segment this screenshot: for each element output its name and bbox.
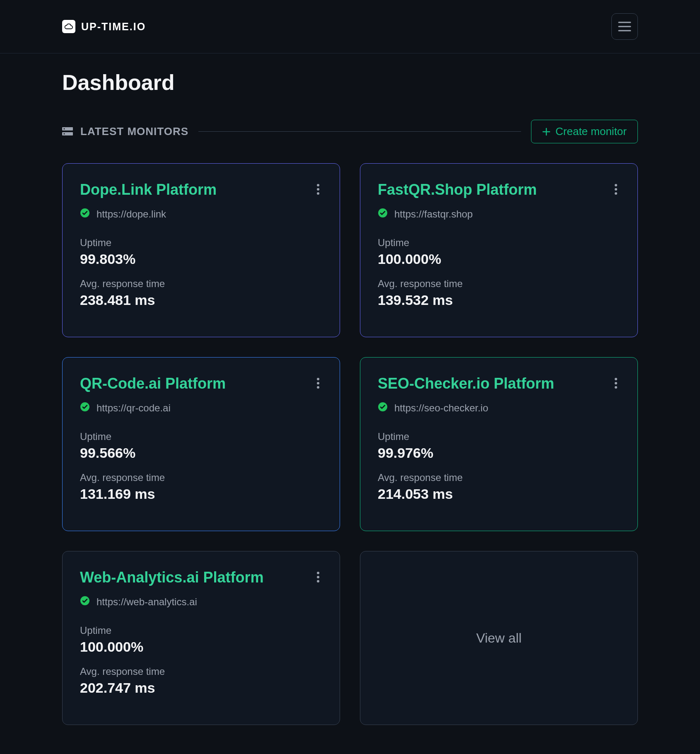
section-header: LATEST MONITORS Create monitor (62, 120, 638, 143)
svg-point-11 (317, 192, 319, 195)
app-header: UP-TIME.IO (0, 0, 700, 53)
uptime-label: Uptime (378, 237, 620, 249)
response-time-value: 238.481 ms (80, 292, 322, 308)
section-label-text: LATEST MONITORS (80, 125, 188, 138)
monitor-title[interactable]: Dope.Link Platform (80, 181, 217, 198)
card-header: Dope.Link Platform (80, 181, 322, 199)
page-title: Dashboard (62, 70, 638, 95)
svg-point-14 (615, 188, 617, 191)
uptime-label: Uptime (80, 237, 322, 249)
response-time-label: Avg. response time (80, 666, 322, 677)
status-ok-icon (80, 208, 90, 220)
svg-point-10 (317, 188, 319, 191)
monitor-url[interactable]: https://qr-code.ai (97, 402, 171, 414)
more-vertical-icon (316, 578, 320, 584)
card-more-button[interactable] (612, 181, 620, 199)
svg-point-5 (64, 128, 65, 129)
card-header: QR-Code.ai Platform (80, 375, 322, 393)
section-label: LATEST MONITORS (62, 125, 188, 138)
svg-point-9 (317, 184, 319, 186)
monitor-card[interactable]: FastQR.Shop Platformhttps://fastqr.shopU… (360, 163, 638, 337)
monitor-url-row: https://dope.link (80, 208, 322, 220)
uptime-value: 99.803% (80, 251, 322, 267)
svg-point-19 (317, 386, 319, 389)
card-header: SEO-Checker.io Platform (378, 375, 620, 393)
card-header: FastQR.Shop Platform (378, 181, 620, 199)
response-time-value: 214.053 ms (378, 486, 620, 502)
svg-point-6 (64, 133, 65, 134)
list-icon (62, 127, 73, 136)
svg-point-18 (317, 382, 319, 384)
plus-icon (542, 128, 550, 136)
response-time-label: Avg. response time (80, 278, 322, 290)
view-all-card[interactable]: View all (360, 551, 638, 725)
status-ok-icon (80, 596, 90, 608)
brand-logo[interactable]: UP-TIME.IO (62, 20, 146, 33)
svg-point-13 (615, 184, 617, 186)
svg-point-23 (615, 386, 617, 389)
monitor-url-row: https://web-analytics.ai (80, 596, 322, 608)
card-more-button[interactable] (314, 181, 322, 199)
monitor-url[interactable]: https://seo-checker.io (394, 402, 488, 414)
svg-point-17 (317, 378, 319, 380)
hamburger-icon (618, 21, 631, 32)
uptime-value: 100.000% (378, 251, 620, 267)
card-more-button[interactable] (612, 375, 620, 393)
hamburger-menu-button[interactable] (611, 13, 638, 40)
svg-point-22 (615, 382, 617, 384)
response-time-value: 202.747 ms (80, 680, 322, 696)
svg-point-15 (615, 192, 617, 195)
uptime-value: 99.976% (378, 445, 620, 461)
monitor-url-row: https://fastqr.shop (378, 208, 620, 220)
more-vertical-icon (614, 190, 618, 196)
monitor-card[interactable]: Dope.Link Platformhttps://dope.linkUptim… (62, 163, 340, 337)
uptime-label: Uptime (378, 431, 620, 442)
monitors-grid: Dope.Link Platformhttps://dope.linkUptim… (62, 163, 638, 725)
monitor-title[interactable]: Web-Analytics.ai Platform (80, 569, 263, 586)
brand-text: UP-TIME.IO (81, 21, 146, 33)
card-more-button[interactable] (314, 569, 322, 587)
svg-point-26 (317, 576, 319, 578)
monitor-title[interactable]: QR-Code.ai Platform (80, 375, 226, 392)
monitor-card[interactable]: Web-Analytics.ai Platformhttps://web-ana… (62, 551, 340, 725)
uptime-value: 99.566% (80, 445, 322, 461)
monitor-url[interactable]: https://dope.link (97, 208, 166, 220)
svg-point-21 (615, 378, 617, 380)
response-time-value: 139.532 ms (378, 292, 620, 308)
response-time-value: 131.169 ms (80, 486, 322, 502)
monitor-url[interactable]: https://fastqr.shop (394, 208, 473, 220)
uptime-value: 100.000% (80, 639, 322, 655)
status-ok-icon (378, 402, 388, 414)
divider (198, 131, 521, 132)
monitor-title[interactable]: FastQR.Shop Platform (378, 181, 537, 198)
card-more-button[interactable] (314, 375, 322, 393)
monitor-card[interactable]: SEO-Checker.io Platformhttps://seo-check… (360, 357, 638, 531)
uptime-label: Uptime (80, 431, 322, 442)
response-time-label: Avg. response time (378, 278, 620, 290)
monitor-url[interactable]: https://web-analytics.ai (97, 596, 197, 608)
monitor-card[interactable]: QR-Code.ai Platformhttps://qr-code.aiUpt… (62, 357, 340, 531)
cloud-icon (62, 20, 75, 33)
more-vertical-icon (316, 190, 320, 196)
page-body: Dashboard LATEST MONITORS Create monitor… (0, 53, 700, 750)
uptime-label: Uptime (80, 625, 322, 636)
svg-point-27 (317, 580, 319, 582)
create-monitor-button[interactable]: Create monitor (531, 120, 638, 143)
status-ok-icon (378, 208, 388, 220)
more-vertical-icon (614, 384, 618, 390)
card-header: Web-Analytics.ai Platform (80, 569, 322, 587)
view-all-label: View all (476, 631, 522, 646)
monitor-title[interactable]: SEO-Checker.io Platform (378, 375, 554, 392)
create-monitor-label: Create monitor (555, 125, 627, 138)
status-ok-icon (80, 402, 90, 414)
svg-point-25 (317, 572, 319, 574)
more-vertical-icon (316, 384, 320, 390)
monitor-url-row: https://seo-checker.io (378, 402, 620, 414)
response-time-label: Avg. response time (80, 472, 322, 483)
response-time-label: Avg. response time (378, 472, 620, 483)
monitor-url-row: https://qr-code.ai (80, 402, 322, 414)
